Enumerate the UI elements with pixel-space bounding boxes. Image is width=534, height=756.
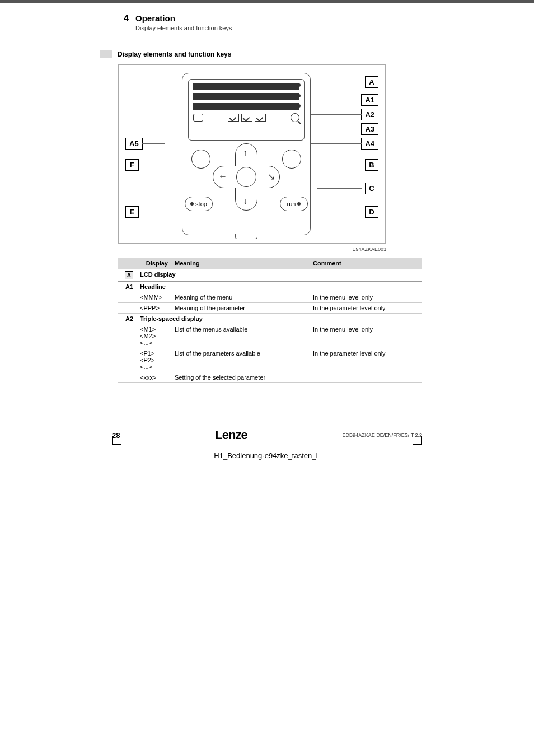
callout-A5: A5 <box>125 138 143 150</box>
arrow-up-icon: ↑ <box>243 148 247 158</box>
paragraph-marker <box>100 50 112 58</box>
cell-meaning: Setting of the selected parameter <box>171 372 310 383</box>
table-row: <P1> <P2> <...> List of the parameters a… <box>118 348 422 372</box>
cell-comment: In the parameter level only <box>310 303 422 314</box>
bottom-caption: H1_Bedienung-e94zke_tasten_L <box>0 451 534 460</box>
cell-comment: In the menu level only <box>310 324 422 348</box>
callout-E: E <box>125 206 139 218</box>
status-tick-icon <box>228 114 239 122</box>
cell-code: <P1> <P2> <...> <box>137 348 171 372</box>
top-grey-bar <box>0 0 534 3</box>
cell-code: <xxx> <box>137 372 171 383</box>
th-meaning: Meaning <box>171 258 310 269</box>
row-label-A2: A2 <box>118 314 137 324</box>
row-title-A: LCD display <box>137 269 422 282</box>
led-dot-icon <box>297 202 301 206</box>
th-display: Display <box>118 258 171 269</box>
callout-A: A <box>365 76 378 88</box>
figure-reference: E94AZKAE003 <box>118 246 386 252</box>
lenze-logo: Lenze <box>215 428 247 442</box>
cell-comment <box>310 372 422 383</box>
nav-cluster: ↑ ↓ ← ↘ stop run <box>196 146 297 230</box>
arrow-down-icon: ↓ <box>243 196 247 206</box>
spec-table: Display Meaning Comment A LCD display A1… <box>118 258 422 383</box>
table-row: A1 Headline <box>118 282 422 292</box>
row-label-A1: A1 <box>118 282 137 292</box>
status-icon-left <box>193 114 203 122</box>
row-title-A2: Triple-spaced display <box>137 314 422 324</box>
chapter-title: Operation <box>135 13 175 23</box>
status-tick-icon <box>255 114 266 122</box>
section-block: Display elements and function keys <box>118 50 422 383</box>
table-row: <MMM> Meaning of the menu In the menu le… <box>118 292 422 303</box>
screen-line-3 <box>193 103 299 110</box>
callout-A4: A4 <box>361 138 378 150</box>
table-row: A2 Triple-spaced display <box>118 314 422 324</box>
row-title-A1: Headline <box>137 282 422 292</box>
screen-status-row <box>193 113 299 122</box>
cell-code: <MMM> <box>137 292 171 303</box>
cell-code: <PPP> <box>137 303 171 314</box>
callout-A3: A3 <box>361 123 378 135</box>
screen-line-2 <box>193 93 299 100</box>
top-right-button <box>282 150 301 169</box>
screen-line-1 <box>193 83 299 90</box>
section-title: Display elements and function keys <box>118 50 422 58</box>
cell-meaning: Meaning of the menu <box>171 292 310 303</box>
th-comment: Comment <box>310 258 422 269</box>
bottom-tab <box>235 234 257 239</box>
cell-code: <M1> <M2> <...> <box>137 324 171 348</box>
led-dot-icon <box>190 202 194 206</box>
callout-F: F <box>125 159 139 171</box>
table-row: A LCD display <box>118 269 422 282</box>
stop-button: stop <box>185 197 213 211</box>
arrow-left-icon: ← <box>218 171 227 181</box>
chapter-header: 4 Operation <box>118 13 422 24</box>
run-button: run <box>280 197 308 211</box>
callout-A1: A1 <box>361 94 378 106</box>
row-label-A: A <box>125 271 133 279</box>
callout-C: C <box>365 183 378 194</box>
figure-frame: ↑ ↓ ← ↘ stop run A <box>118 64 386 244</box>
cell-meaning: Meaning of the parameter <box>171 303 310 314</box>
magnify-icon <box>291 113 299 122</box>
cell-comment: In the parameter level only <box>310 348 422 372</box>
nav-cross: ↑ ↓ ← ↘ <box>213 143 280 211</box>
table-row: <xxx> Setting of the selected parameter <box>118 372 422 383</box>
nav-center-button <box>236 167 256 187</box>
page-content: 4 Operation Display elements and functio… <box>0 0 534 383</box>
keypad-device: ↑ ↓ ← ↘ stop run <box>182 73 311 235</box>
table-row: <M1> <M2> <...> List of the menus availa… <box>118 324 422 348</box>
crop-mark-br <box>413 436 422 445</box>
crop-mark-bl <box>112 436 121 445</box>
chapter-number: 4 <box>118 13 129 24</box>
table-row: <PPP> Meaning of the parameter In the pa… <box>118 303 422 314</box>
lcd-screen <box>188 79 305 141</box>
stop-label: stop <box>195 200 207 207</box>
arrow-right-icon: ↘ <box>268 171 275 182</box>
chapter-subtitle: Display elements and function keys <box>135 25 422 31</box>
status-tick-icon <box>241 114 252 122</box>
cell-comment: In the menu level only <box>310 292 422 303</box>
callout-A2: A2 <box>361 109 378 120</box>
run-label: run <box>287 200 296 207</box>
callout-B: B <box>365 159 378 171</box>
table-header-row: Display Meaning Comment <box>118 258 422 269</box>
callout-D: D <box>365 206 378 218</box>
top-left-button <box>191 150 210 169</box>
cell-meaning: List of the parameters available <box>171 348 310 372</box>
page-footer: 28 Lenze EDB94AZKAE DE/EN/FR/ES/IT 2.2 <box>112 428 422 442</box>
cell-meaning: List of the menus available <box>171 324 310 348</box>
document-id: EDB94AZKAE DE/EN/FR/ES/IT 2.2 <box>343 432 422 438</box>
